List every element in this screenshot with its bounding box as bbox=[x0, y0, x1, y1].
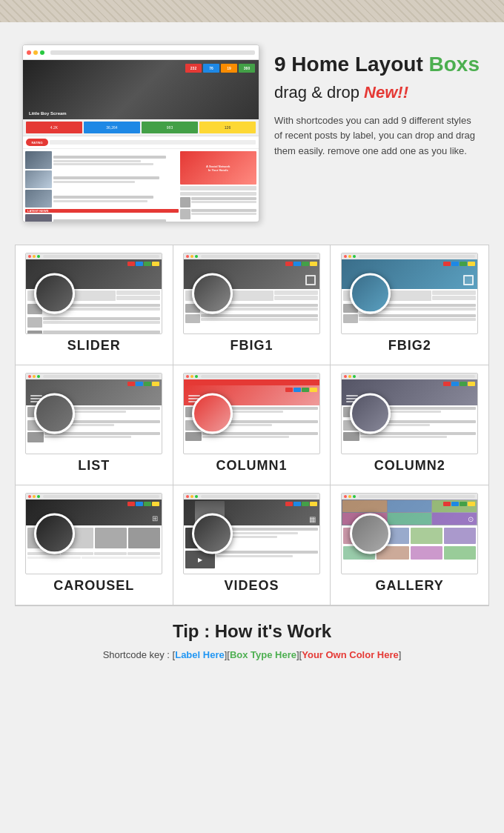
slider-label: SLIDER bbox=[67, 338, 121, 354]
grid-cell-fbig1[interactable]: FBIG1 bbox=[173, 245, 331, 365]
hero-description: With shortcodes you can add 9 different … bbox=[274, 113, 482, 159]
circle-fbig2 bbox=[350, 273, 391, 314]
mini-dot-g3 bbox=[353, 255, 356, 258]
hero-subtitle-plain: drag & drop bbox=[274, 83, 364, 102]
gallery-screenshot: ⊙ bbox=[341, 493, 478, 574]
column2-label: COLUMN2 bbox=[374, 458, 445, 474]
mini-dot-y9 bbox=[348, 495, 351, 498]
circle-slider bbox=[34, 273, 75, 314]
circle-fbig1 bbox=[192, 273, 233, 314]
grid-cell-gallery[interactable]: ⊙ bbox=[331, 485, 488, 605]
carousel-screenshot: ⊞ bbox=[25, 493, 162, 574]
tip-title: Tip : How it's Work bbox=[22, 621, 482, 642]
fbig2-label: FBIG2 bbox=[388, 338, 431, 354]
tip-key1: Label Here bbox=[175, 649, 224, 660]
grid-cell-carousel[interactable]: ⊞ bbox=[16, 485, 173, 605]
grid-cell-fbig2[interactable]: FBIG2 bbox=[331, 245, 488, 365]
hero-title-plain: 9 Home Layout bbox=[274, 53, 428, 76]
fbig1-label: FBIG1 bbox=[230, 338, 273, 354]
circle-column2 bbox=[350, 394, 391, 434]
hero-subtitle: drag & drop New!! bbox=[274, 83, 482, 102]
mini-dot-r3 bbox=[344, 255, 347, 258]
hero-screenshot: Little Boy Scream 232 76 19 360 bbox=[22, 44, 259, 222]
list-screenshot bbox=[25, 373, 162, 454]
blog-sim-header bbox=[23, 45, 259, 60]
circle-carousel bbox=[34, 514, 75, 554]
mini-dot-r5 bbox=[186, 375, 189, 378]
mini-dot-r9 bbox=[344, 495, 347, 498]
grid-cell-videos[interactable]: ▦ ▶ ▶ bbox=[173, 485, 331, 605]
mini-dot-y4 bbox=[33, 375, 36, 378]
videos-screenshot: ▦ ▶ ▶ bbox=[183, 493, 320, 574]
circle-videos bbox=[192, 514, 233, 554]
mini-dot-y6 bbox=[348, 375, 351, 378]
mini-dot-y bbox=[33, 255, 36, 258]
blog-sim-hero-text: Little Boy Scream bbox=[29, 111, 67, 116]
column1-label: COLUMN1 bbox=[216, 458, 287, 474]
gallery-label: GALLERY bbox=[375, 578, 443, 594]
carousel-label: CAROUSEL bbox=[53, 578, 134, 594]
dot-yellow bbox=[33, 50, 38, 55]
tip-key3: Your Own Color Here bbox=[302, 649, 399, 660]
circle-column1 bbox=[192, 394, 233, 434]
fbig1-screenshot bbox=[183, 253, 320, 334]
mini-dot-y8 bbox=[190, 495, 193, 498]
tip-key2: Box Type Here bbox=[230, 649, 296, 660]
mini-dot-g2 bbox=[195, 255, 198, 258]
mini-dot-r8 bbox=[186, 495, 189, 498]
mini-dot-r2 bbox=[186, 255, 189, 258]
videos-label: VIDEOS bbox=[224, 578, 279, 594]
hero-title: 9 Home Layout Boxs bbox=[274, 52, 482, 77]
circle-list bbox=[34, 394, 75, 434]
mini-dot-y2 bbox=[190, 255, 193, 258]
grid-cell-slider[interactable]: SLIDER bbox=[16, 245, 173, 365]
mini-dot-y5 bbox=[190, 375, 193, 378]
hero-section: Little Boy Scream 232 76 19 360 bbox=[0, 22, 504, 237]
mini-dot-g4 bbox=[37, 375, 40, 378]
mini-dot-y7 bbox=[33, 495, 36, 498]
mini-dot-g bbox=[37, 255, 40, 258]
mini-dot-r bbox=[28, 255, 31, 258]
column1-screenshot bbox=[183, 373, 320, 454]
mini-dot-r7 bbox=[28, 495, 31, 498]
mini-dot-r6 bbox=[344, 375, 347, 378]
circle-gallery bbox=[350, 514, 391, 554]
top-texture bbox=[0, 0, 504, 22]
hero-text: 9 Home Layout Boxs drag & drop New!! Wit… bbox=[274, 44, 482, 167]
mini-dot-g9 bbox=[353, 495, 356, 498]
mini-dot-g6 bbox=[353, 375, 356, 378]
dot-red bbox=[27, 50, 31, 55]
grid-cell-column1[interactable]: COLUMN1 bbox=[173, 365, 331, 485]
grid-cell-column2[interactable]: COLUMN2 bbox=[331, 365, 488, 485]
mini-dot-r4 bbox=[28, 375, 31, 378]
mini-dot-g7 bbox=[37, 495, 40, 498]
grid-cell-list[interactable]: LIST bbox=[16, 365, 173, 485]
mini-dot-g8 bbox=[195, 495, 198, 498]
grid-section: SLIDER bbox=[0, 237, 504, 606]
layout-grid: SLIDER bbox=[15, 245, 489, 606]
list-label: LIST bbox=[78, 458, 110, 474]
tip-description: Shortcode key : [Label Here][Box Type He… bbox=[22, 649, 482, 660]
blog-sim-hero: Little Boy Scream 232 76 19 360 bbox=[23, 60, 259, 119]
tip-section: Tip : How it's Work Shortcode key : [Lab… bbox=[0, 606, 504, 675]
tip-key1-sep: ][ bbox=[225, 649, 230, 660]
slider-screenshot bbox=[25, 253, 162, 334]
hero-new-label: New!! bbox=[364, 83, 408, 102]
mini-dot-y3 bbox=[348, 255, 351, 258]
hero-title-highlight: Boxs bbox=[428, 53, 479, 76]
mini-dot-g5 bbox=[195, 375, 198, 378]
tip-desc-prefix: Shortcode key : [ bbox=[103, 649, 176, 660]
fbig2-screenshot bbox=[341, 253, 478, 334]
dot-green bbox=[40, 50, 44, 55]
tip-desc-suffix: ] bbox=[399, 649, 402, 660]
column2-screenshot bbox=[341, 373, 478, 454]
